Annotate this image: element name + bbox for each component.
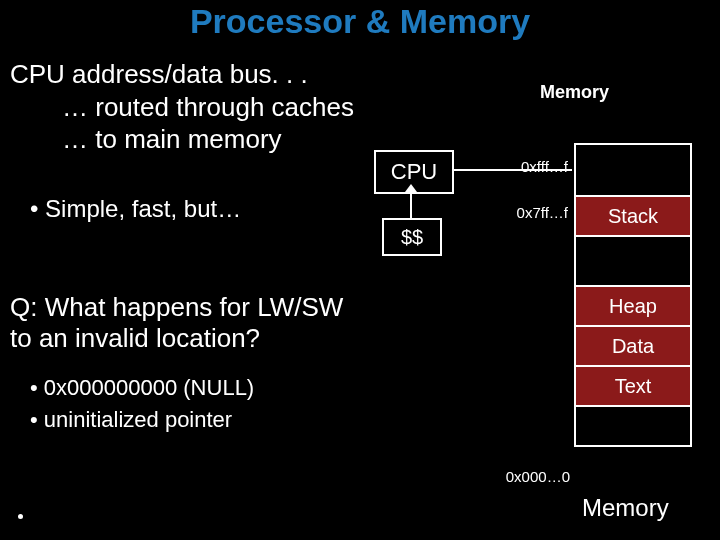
memory-heading: Memory (540, 82, 609, 103)
bullet-line: CPU address/data bus. . . (10, 58, 430, 91)
bullet-list: CPU address/data bus. . . … routed throu… (10, 58, 430, 156)
question-line: to an invalid location? (10, 323, 430, 354)
memory-caption: Memory (582, 494, 669, 522)
mem-seg-heap: Heap (574, 285, 692, 325)
question-line: Q: What happens for LW/SW (10, 292, 430, 323)
addr-label-top: 0xfff…f (506, 158, 568, 175)
bullet-line: … routed through caches (62, 91, 430, 124)
cache-label: $$ (401, 226, 423, 249)
sub-bullet-item: 0x000000000 (NULL) (30, 372, 254, 404)
arrow-down-icon (410, 192, 412, 218)
cache-box: $$ (382, 218, 442, 256)
question-text: Q: What happens for LW/SW to an invalid … (10, 292, 430, 354)
cpu-label: CPU (391, 159, 437, 185)
mem-seg-text: Text (574, 365, 692, 405)
mem-seg-gap (574, 235, 692, 285)
slide-title: Processor & Memory (0, 2, 720, 41)
decorative-dot-icon (18, 514, 23, 519)
memory-column: Stack Heap Data Text (574, 143, 692, 447)
addr-label-stack: 0x7ff…f (506, 204, 568, 221)
sub-bullet-item: uninitialized pointer (30, 404, 254, 436)
mem-seg-data: Data (574, 325, 692, 365)
addr-label-bottom: 0x000…0 (498, 468, 570, 485)
mem-seg-reserved-bottom (574, 405, 692, 447)
slide: Processor & Memory CPU address/data bus.… (0, 0, 720, 540)
sub-bullet-list: 0x000000000 (NULL) uninitialized pointer (30, 372, 254, 436)
mem-seg-stack: Stack (574, 195, 692, 235)
mem-seg-reserved-top (574, 143, 692, 195)
sub-bullet: Simple, fast, but… (30, 195, 241, 223)
